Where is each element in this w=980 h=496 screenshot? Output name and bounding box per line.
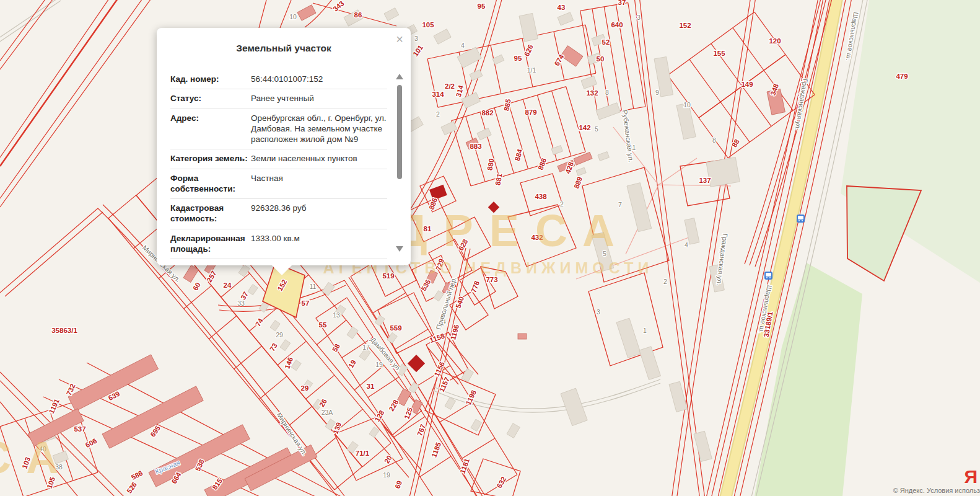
- svg-text:879: 879: [525, 108, 536, 116]
- svg-text:31: 31: [367, 383, 375, 390]
- svg-text:883: 883: [470, 143, 481, 150]
- svg-text:8: 8: [712, 136, 716, 144]
- svg-text:4: 4: [461, 42, 465, 49]
- field-value: Земли населенных пунктов: [251, 153, 387, 164]
- svg-text:132: 132: [586, 89, 598, 97]
- field-value: Оренбургская обл., г. Оренбург, ул. Дамб…: [251, 113, 387, 145]
- field-label: Статус:: [170, 93, 251, 104]
- svg-text:29: 29: [276, 331, 283, 339]
- svg-text:152: 152: [679, 22, 691, 29]
- svg-text:105: 105: [422, 21, 434, 29]
- svg-text:38: 38: [55, 463, 63, 471]
- svg-text:57: 57: [302, 299, 310, 307]
- svg-text:3: 3: [637, 14, 641, 21]
- svg-text:438: 438: [535, 193, 547, 200]
- svg-text:95: 95: [514, 55, 522, 62]
- svg-text:4: 4: [685, 241, 688, 249]
- svg-text:10: 10: [289, 13, 297, 20]
- parcel-info-popup: × Земельный участок Кад. номер:56:44:010…: [157, 28, 411, 265]
- parcel-field-row: Кад. номер:56:44:0101007:152: [170, 70, 387, 89]
- svg-text:5: 5: [603, 250, 606, 257]
- field-label: Адрес:: [170, 113, 251, 145]
- svg-text:149: 149: [741, 81, 753, 88]
- svg-text:1/1: 1/1: [527, 66, 536, 74]
- svg-text:537: 537: [74, 425, 85, 433]
- svg-text:43: 43: [558, 4, 566, 11]
- scroll-up-icon[interactable]: [396, 74, 403, 79]
- svg-text:882: 882: [481, 109, 493, 117]
- parcel-field-row: Статус:Ранее учтенный: [170, 89, 387, 108]
- field-value: 56:44:0101007:152: [251, 74, 387, 84]
- svg-text:33: 33: [237, 299, 245, 307]
- svg-text:86: 86: [354, 11, 362, 19]
- field-value: Частная: [251, 173, 387, 195]
- bus-stop-icon[interactable]: [764, 272, 772, 280]
- svg-text:137: 137: [699, 177, 711, 184]
- svg-text:2: 2: [436, 110, 440, 118]
- svg-text:19: 19: [375, 361, 383, 368]
- svg-text:37: 37: [618, 0, 626, 6]
- svg-text:71/1: 71/1: [356, 450, 370, 457]
- bus-stop-icon[interactable]: [797, 215, 805, 223]
- svg-text:5: 5: [595, 125, 598, 133]
- svg-text:773: 773: [486, 276, 497, 283]
- map-attribution[interactable]: © Яндекс. Условия использования: [893, 487, 980, 494]
- svg-text:314: 314: [432, 91, 444, 98]
- svg-text:9: 9: [655, 89, 659, 96]
- svg-text:142: 142: [579, 124, 590, 131]
- svg-text:432: 432: [531, 234, 543, 241]
- svg-text:559: 559: [390, 324, 401, 332]
- svg-text:52: 52: [602, 38, 610, 46]
- svg-text:519: 519: [382, 272, 394, 280]
- svg-text:13: 13: [333, 311, 340, 319]
- svg-text:17: 17: [362, 343, 370, 351]
- popup-title: Земельный участок: [157, 43, 411, 54]
- field-label: Кад. номер:: [170, 74, 251, 84]
- svg-text:7: 7: [618, 201, 622, 208]
- svg-text:11: 11: [310, 283, 317, 290]
- svg-text:55: 55: [319, 321, 327, 329]
- svg-text:8: 8: [605, 89, 609, 96]
- parcel-field-row: Кадастровая стоимость:926328.36 руб: [170, 199, 387, 229]
- parcel-field-row: Адрес:Оренбургская обл., г. Оренбург, ул…: [170, 109, 387, 150]
- svg-text:23A: 23A: [322, 409, 333, 416]
- close-icon[interactable]: ×: [396, 33, 403, 45]
- field-value: 1333.00 кв.м: [251, 233, 387, 255]
- field-value: 926328.36 руб: [251, 203, 387, 224]
- scroll-down-icon[interactable]: [396, 246, 403, 252]
- cadastral-map[interactable]: 343861011059543626956743764052501322/231…: [0, 0, 980, 496]
- field-label: Форма собственности:: [170, 173, 251, 195]
- parcel-field-row: Форма собственности:Частная: [170, 169, 387, 200]
- svg-text:40: 40: [39, 445, 46, 453]
- field-value: Ранее учтенный: [251, 93, 387, 104]
- svg-text:29: 29: [301, 384, 309, 392]
- parcel-fields: Кад. номер:56:44:0101007:152Статус:Ранее…: [170, 70, 387, 259]
- field-label: Категория земель:: [170, 153, 251, 164]
- parcel-field-row: Декларированная площадь:1333.00 кв.м: [170, 229, 387, 260]
- svg-text:95: 95: [478, 2, 486, 10]
- popup-scrollbar[interactable]: [396, 74, 403, 252]
- svg-text:3: 3: [414, 35, 418, 42]
- svg-text:24: 24: [224, 281, 232, 289]
- svg-text:1: 1: [643, 327, 647, 334]
- field-label: Декларированная площадь:: [170, 233, 251, 255]
- field-label: Кадастровая стоимость:: [170, 203, 251, 224]
- svg-text:155: 155: [713, 50, 725, 57]
- parcel-field-row: Категория земель:Земли населенных пункто…: [170, 149, 387, 169]
- svg-text:640: 640: [611, 21, 623, 29]
- svg-text:120: 120: [769, 37, 781, 45]
- yandex-logo[interactable]: Я: [964, 467, 978, 486]
- svg-text:2: 2: [663, 278, 667, 285]
- svg-text:35863/1: 35863/1: [51, 327, 77, 334]
- svg-text:50: 50: [597, 55, 605, 63]
- svg-text:479: 479: [896, 73, 908, 80]
- svg-text:2/2: 2/2: [445, 82, 455, 90]
- svg-text:3: 3: [597, 308, 600, 316]
- svg-text:2: 2: [560, 200, 564, 208]
- map-canvas[interactable]: 343861011059543626956743764052501322/231…: [0, 0, 980, 496]
- svg-text:81: 81: [424, 225, 432, 232]
- svg-text:19: 19: [383, 471, 390, 479]
- scroll-thumb[interactable]: [397, 85, 402, 179]
- svg-text:10: 10: [683, 101, 691, 108]
